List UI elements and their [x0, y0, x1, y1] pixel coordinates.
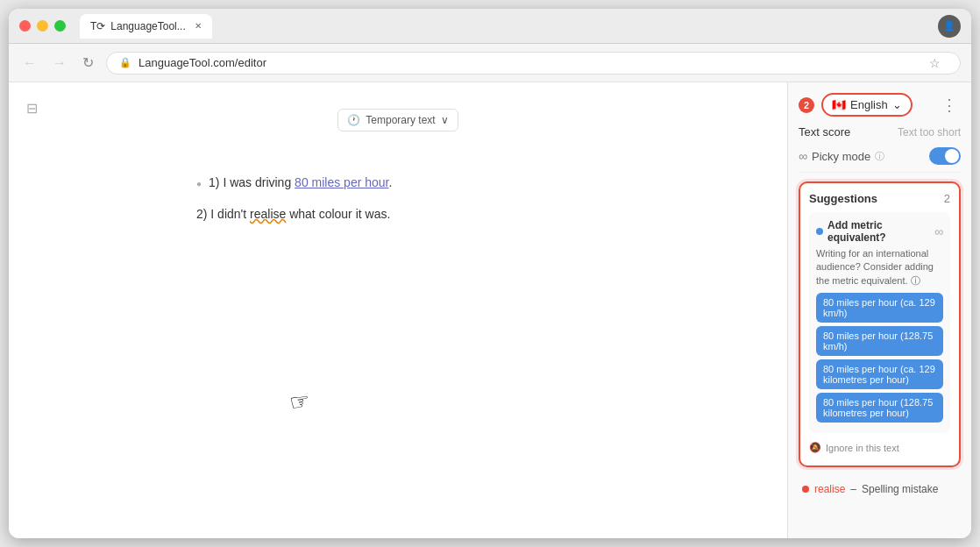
fix-btn-1[interactable]: 80 miles per hour (ca. 129 km/h) — [816, 293, 943, 323]
spelling-word: realise — [814, 483, 845, 495]
address-bar: ← → ↻ 🔒 LanguageTool.com/editor ☆ — [9, 44, 971, 82]
flag-icon: 🇨🇦 — [832, 98, 846, 111]
suggestions-box: Suggestions 2 Add metric equivalent? ∞ W… — [799, 181, 961, 467]
toolbar-row: 🕐 Temporary text ∨ — [337, 109, 458, 131]
spelling-item[interactable]: realise – Spelling mistake — [799, 476, 961, 502]
temp-text-button[interactable]: 🕐 Temporary text ∨ — [337, 109, 458, 131]
sidebar-toggle-icon[interactable]: ⊟ — [26, 100, 38, 117]
text-too-short-label: Text too short — [898, 126, 961, 139]
picky-mode-left: ∞ Picky mode ⓘ — [799, 149, 884, 163]
infinity-icon: ∞ — [799, 149, 807, 163]
suggestions-count: 2 — [944, 192, 950, 205]
line1-suffix: . — [389, 175, 393, 189]
temp-text-label: Temporary text — [366, 114, 435, 126]
text-score-label: Text score — [799, 125, 850, 139]
line2-prefix: 2) I didn't — [196, 207, 250, 221]
address-input[interactable]: 🔒 LanguageTool.com/editor ☆ — [106, 52, 961, 75]
line1-prefix: 1) I was driving — [209, 175, 295, 189]
bullet-icon-1: ● — [196, 179, 202, 188]
ignore-icon: 🔕 — [809, 442, 821, 453]
suggestion-1-more[interactable]: ∞ — [934, 224, 943, 238]
suggestion-card-1: Add metric equivalent? ∞ Writing for an … — [809, 212, 950, 433]
back-button[interactable]: ← — [19, 53, 40, 73]
spelling-dot-icon — [802, 486, 809, 493]
editor-line-2: 2) I didn't realise what colour it was. — [196, 207, 600, 221]
suggestions-header: Suggestions 2 — [809, 192, 950, 205]
cursor-hand-icon: ☞ — [287, 387, 311, 417]
picky-mode-toggle[interactable] — [929, 147, 961, 165]
right-panel: 2 🇨🇦 English ⌄ ⋮ Text score Text too sho… — [787, 82, 971, 538]
close-button[interactable] — [19, 20, 31, 32]
line2-underlined: realise — [250, 207, 286, 221]
line1-text: 1) I was driving 80 miles per hour. — [209, 175, 392, 189]
traffic-lights — [19, 20, 66, 32]
minimize-button[interactable] — [37, 20, 48, 32]
more-options-button[interactable]: ⋮ — [938, 96, 961, 115]
suggestion-dot-icon — [816, 228, 823, 235]
forward-button[interactable]: → — [49, 53, 70, 73]
fix-btn-4[interactable]: 80 miles per hour (128.75 kilometres per… — [816, 393, 943, 423]
browser-window: T⟳ LanguageTool... ✕ 👤 ← → ↻ 🔒 LanguageT… — [9, 9, 971, 538]
editor-line-1: ● 1) I was driving 80 miles per hour. — [196, 175, 600, 189]
suggestions-badge: 2 — [799, 97, 814, 113]
line2-text: 2) I didn't realise what colour it was. — [196, 207, 390, 221]
main-content: ⊟ 🕐 Temporary text ∨ ● 1) I was driving … — [9, 82, 971, 538]
tab-close-button[interactable]: ✕ — [195, 21, 202, 31]
suggestion-1-title: Add metric equivalent? — [827, 219, 934, 244]
suggestion-1-desc: Writing for an international audience? C… — [816, 247, 943, 288]
suggestion-card-1-header: Add metric equivalent? ∞ — [816, 219, 943, 244]
suggestion-title-row: Add metric equivalent? — [816, 219, 934, 244]
ignore-row[interactable]: 🔕 Ignore in this text — [809, 438, 950, 457]
url-text: LanguageTool.com/editor — [138, 56, 266, 69]
line1-highlighted[interactable]: 80 miles per hour — [295, 175, 388, 189]
fix-btn-2[interactable]: 80 miles per hour (128.75 km/h) — [816, 326, 943, 356]
lock-icon: 🔒 — [119, 57, 131, 68]
chevron-down-icon: ⌄ — [892, 98, 902, 111]
language-label: English — [850, 98, 888, 111]
maximize-button[interactable] — [54, 20, 66, 32]
refresh-button[interactable]: ↻ — [79, 53, 97, 73]
tab-area: T⟳ LanguageTool... ✕ — [80, 14, 212, 39]
bookmark-icon[interactable]: ☆ — [929, 56, 948, 70]
tab-icon: T⟳ — [90, 20, 105, 32]
picky-mode-row: ∞ Picky mode ⓘ — [799, 147, 961, 173]
picky-mode-label: Picky mode — [812, 150, 870, 163]
picky-info-icon: ⓘ — [875, 150, 884, 163]
line2-suffix: what colour it was. — [286, 207, 390, 221]
text-score-row: Text score Text too short — [799, 125, 961, 139]
title-bar: T⟳ LanguageTool... ✕ 👤 — [9, 9, 971, 44]
suggestions-title: Suggestions — [809, 192, 877, 205]
dropdown-arrow-icon: ∨ — [441, 114, 449, 126]
profile-icon[interactable]: 👤 — [938, 15, 961, 38]
profile-initial: 👤 — [943, 20, 955, 32]
editor-content: ● 1) I was driving 80 miles per hour. 2)… — [179, 158, 617, 256]
spelling-dash: – — [850, 483, 856, 495]
editor-area: ⊟ 🕐 Temporary text ∨ ● 1) I was driving … — [9, 82, 787, 538]
tab-title: LanguageTool... — [110, 20, 185, 32]
clock-icon: 🕐 — [347, 114, 360, 126]
ignore-label: Ignore in this text — [826, 443, 899, 453]
active-tab[interactable]: T⟳ LanguageTool... ✕ — [80, 14, 212, 39]
suggestion-1-info-icon: ⓘ — [911, 275, 920, 286]
panel-header: 2 🇨🇦 English ⌄ ⋮ — [799, 93, 961, 117]
language-selector-button[interactable]: 🇨🇦 English ⌄ — [821, 93, 913, 117]
spelling-label: Spelling mistake — [862, 483, 938, 495]
fix-btn-3[interactable]: 80 miles per hour (ca. 129 kilometres pe… — [816, 359, 943, 389]
